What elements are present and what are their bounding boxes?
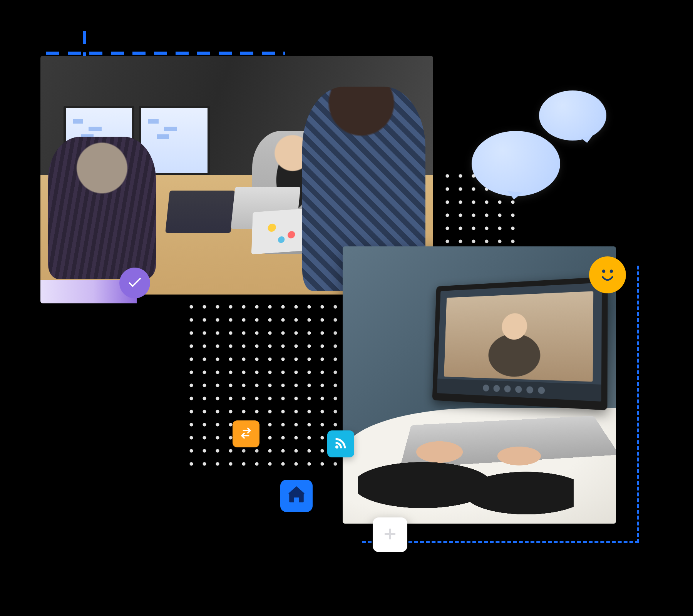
check-icon	[126, 274, 143, 292]
smiley-badge	[589, 256, 626, 293]
laptop-display	[432, 277, 608, 410]
dot-grid-center	[185, 300, 350, 466]
video-call-toolbar	[437, 378, 601, 401]
table-laptops	[167, 179, 298, 233]
person-left	[48, 137, 156, 279]
plus-icon	[381, 525, 399, 545]
composition-canvas	[38, 19, 654, 597]
rss-icon	[333, 435, 348, 452]
svg-point-4	[335, 445, 338, 449]
speech-bubble-large-icon	[472, 131, 560, 196]
video-call-window	[444, 291, 593, 382]
home-icon	[287, 485, 306, 506]
svg-point-2	[602, 270, 606, 273]
plus-tile	[373, 517, 407, 552]
rss-tile	[327, 430, 354, 457]
svg-point-3	[610, 270, 613, 273]
swap-arrows-icon	[238, 425, 254, 442]
jacket-sleeves	[358, 435, 574, 524]
check-badge	[119, 268, 150, 298]
home-tile	[280, 480, 313, 512]
speech-bubble-small-icon	[539, 90, 606, 141]
swap-tile	[233, 420, 259, 447]
smiley-icon	[596, 263, 619, 287]
laptop-video-call-photo	[343, 246, 616, 524]
